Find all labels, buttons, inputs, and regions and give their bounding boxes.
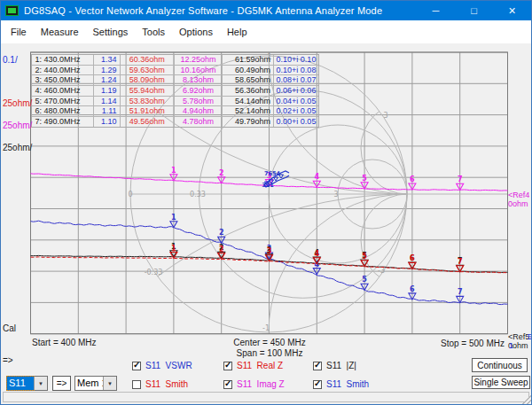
table-cell: 60.49ohm xyxy=(223,66,274,75)
single-sweep-button[interactable]: Single Sweep xyxy=(472,376,530,389)
checkbox-s11-smith-blue[interactable]: ✓S11 Smith xyxy=(313,379,369,389)
center-frequency-label: Center = 450 MHz xyxy=(215,338,324,347)
s11-channel-value: S11 xyxy=(7,377,34,390)
table-cell: 0.08+i 0.07 xyxy=(274,75,318,85)
table-cell: 3: 450.0MHz xyxy=(32,75,95,85)
table-cell: 54.14ohm xyxy=(223,97,274,106)
checkbox-label: S11 Real Z xyxy=(237,361,283,370)
svg-text:5: 5 xyxy=(362,175,367,183)
table-row: 5: 470.0MHz1.1453.83ohm5.78ohm54.14ohm0.… xyxy=(32,97,319,107)
svg-text:1: 1 xyxy=(171,245,176,253)
magz-scale-label: 25ohm/ xyxy=(3,143,32,152)
table-cell: 5.78ohm xyxy=(175,97,223,106)
memory-select[interactable]: Mem 1 ▼ xyxy=(74,376,117,391)
resize-grip[interactable] xyxy=(520,393,531,404)
table-cell: 55.94ohm xyxy=(121,86,176,96)
svg-text:5: 5 xyxy=(362,276,367,284)
chevron-down-icon[interactable]: ▼ xyxy=(103,377,116,390)
marker-table: 1: 430.0MHz1.3460.36ohm12.25ohm61.59ohm0… xyxy=(31,54,320,128)
table-row: 3: 450.0MHz1.2458.09ohm8.13ohm58.65ohm0.… xyxy=(32,75,319,86)
table-cell: 5: 470.0MHz xyxy=(32,97,95,106)
table-cell: 58.09ohm xyxy=(121,75,176,85)
svg-text:7654: 7654 xyxy=(264,170,281,177)
svg-text:2: 2 xyxy=(219,169,224,177)
svg-text:2: 2 xyxy=(219,245,224,253)
svg-text:2: 2 xyxy=(219,229,224,237)
table-cell: 1.14 xyxy=(94,97,121,106)
vswr-scale-label: 0.1/ xyxy=(3,55,18,65)
checkbox-label: S11 Smith xyxy=(326,379,369,389)
svg-text:0.33: 0.33 xyxy=(190,191,206,199)
realz-scale-label: 25ohm/ xyxy=(3,98,32,108)
table-row: 1: 430.0MHz1.3460.36ohm12.25ohm61.59ohm0… xyxy=(32,55,319,66)
table-cell: 1.19 xyxy=(94,86,121,96)
table-row: 6: 480.0MHz1.1151.91ohm4.94ohm52.14ohm0.… xyxy=(32,106,319,117)
table-cell: 0.02+i 0.05 xyxy=(274,106,318,116)
transfer-button[interactable]: => xyxy=(52,376,71,391)
checkbox-box: ✓ xyxy=(313,362,322,370)
svg-text:7: 7 xyxy=(458,288,463,296)
table-cell: 12.25ohm xyxy=(175,55,223,65)
table-cell: 1.29 xyxy=(94,66,121,75)
table-cell: 49.56ohm xyxy=(121,117,176,128)
table-cell: 1.34 xyxy=(94,55,121,65)
ref5-label: <Ref50ohm51 xyxy=(508,332,529,350)
table-cell: 10.16ohm xyxy=(175,66,223,75)
table-cell: 0.10+i 0.08 xyxy=(274,66,318,75)
chevron-down-icon[interactable]: ▼ xyxy=(34,377,47,390)
table-cell: 52.14ohm xyxy=(223,106,274,116)
app-window: DG8SAQ - Vector Network Analyzer Softwar… xyxy=(0,0,532,405)
svg-text:6: 6 xyxy=(410,175,415,183)
svg-text:3: 3 xyxy=(333,191,338,199)
table-row: 2: 440.0MHz1.2959.63ohm10.16ohm60.49ohm0… xyxy=(32,66,319,76)
svg-text:-1: -1 xyxy=(262,324,270,332)
svg-text:1: 1 xyxy=(171,214,176,222)
checkbox-s11-real-z[interactable]: ✓S11 Real Z xyxy=(223,361,283,370)
table-cell: 60.36ohm xyxy=(121,55,176,65)
svg-text:-3: -3 xyxy=(378,267,385,275)
svg-text:6: 6 xyxy=(410,285,415,293)
table-cell: 4: 460.0MHz xyxy=(32,86,95,96)
svg-text:6: 6 xyxy=(410,254,415,262)
table-cell: 56.36ohm xyxy=(223,86,274,96)
svg-text:3: 3 xyxy=(267,247,272,255)
checkbox-box xyxy=(132,380,141,389)
checkbox-s11-smith-red[interactable]: S11 Smith xyxy=(132,379,188,389)
svg-text:1: 1 xyxy=(171,167,176,175)
status-bar xyxy=(3,392,529,402)
stop-frequency-label: Stop = 500 MHz xyxy=(434,339,505,348)
svg-text:321: 321 xyxy=(262,182,274,189)
table-cell: 1.24 xyxy=(94,75,121,85)
s11-channel-select[interactable]: S11 ▼ xyxy=(6,376,48,391)
table-row: 7: 490.0MHz1.1049.56ohm4.78ohm49.79ohm0.… xyxy=(32,117,319,128)
table-cell: 0.10+i 0.10 xyxy=(274,55,318,65)
svg-text:4: 4 xyxy=(315,250,320,258)
table-cell: 1.10 xyxy=(94,117,121,128)
checkbox-box: ✓ xyxy=(132,362,141,370)
checkbox-s11-vswr[interactable]: ✓S11 VSWR xyxy=(132,361,192,370)
checkbox-box: ✓ xyxy=(223,362,232,370)
svg-text:-0.33: -0.33 xyxy=(145,269,163,276)
table-cell: 0.06+i 0.06 xyxy=(274,86,318,96)
checkbox-label: S11 |Z| xyxy=(326,361,356,370)
table-cell: 4.94ohm xyxy=(175,106,223,116)
cal-label: Cal xyxy=(3,323,16,333)
checkbox-s11-mag-z[interactable]: ✓S11 |Z| xyxy=(313,361,356,370)
span-frequency-label: Span = 100 MHz xyxy=(215,348,324,358)
table-cell: 1.11 xyxy=(94,106,121,116)
ref4-label: <Ref40ohm xyxy=(508,191,529,208)
continuous-button[interactable]: Continuous xyxy=(472,358,528,372)
start-frequency-label: Start = 400 MHz xyxy=(32,338,97,347)
table-cell: 58.65ohm xyxy=(223,75,274,85)
table-cell: 0.04+i 0.05 xyxy=(274,97,318,106)
table-cell: 49.79ohm xyxy=(223,117,274,128)
checkbox-box: ✓ xyxy=(223,380,232,389)
table-cell: 1: 430.0MHz xyxy=(32,55,95,65)
checkbox-label: S11 Smith xyxy=(145,379,188,389)
checkbox-s11-imag-z[interactable]: ✓S11 Imag Z xyxy=(223,379,285,389)
table-cell: 0.00+i 0.05 xyxy=(274,117,318,128)
svg-text:0: 0 xyxy=(128,191,132,199)
table-cell: 59.63ohm xyxy=(121,66,176,75)
memory-value: Mem 1 xyxy=(75,377,103,390)
table-cell: 8.13ohm xyxy=(175,75,223,85)
